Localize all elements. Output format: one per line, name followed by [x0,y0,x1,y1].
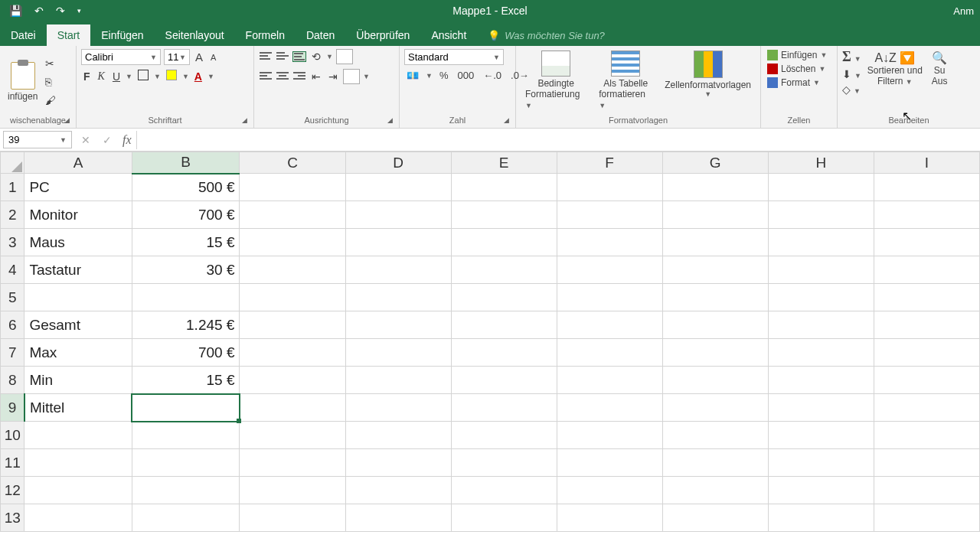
bold-button[interactable]: F [81,70,93,83]
cell-C9[interactable] [240,394,345,422]
cell-F7[interactable] [557,339,662,367]
row-header-2[interactable]: 2 [1,201,24,229]
cell-C3[interactable] [240,229,345,256]
cell-F1[interactable] [557,174,662,201]
cell-A6[interactable]: Gesamt [24,311,132,339]
cell-A5[interactable] [24,284,132,311]
row-header-5[interactable]: 5 [1,284,24,311]
row-header-3[interactable]: 3 [1,229,24,256]
cell-A2[interactable]: Monitor [24,201,132,229]
tab-start[interactable]: Start [47,24,91,46]
italic-button[interactable]: K [96,70,107,83]
cell-H10[interactable] [768,422,874,449]
cell-C1[interactable] [240,174,345,201]
cell-B4[interactable]: 30 € [132,256,240,284]
row-header-13[interactable]: 13 [1,504,24,532]
col-header-F[interactable]: F [557,152,662,174]
format-as-table-button[interactable]: Als Tabelle formatieren ▼ [594,49,657,114]
undo-icon[interactable]: ↶ [31,3,47,18]
cell-D8[interactable] [345,367,451,394]
cell-D3[interactable] [345,229,451,256]
chevron-down-icon[interactable]: ▼ [126,73,132,80]
cell-E7[interactable] [451,339,557,367]
cell-B6[interactable]: 1.245 € [132,311,240,339]
cell-F3[interactable] [557,229,662,256]
row-header-9[interactable]: 9 [1,394,24,422]
clipboard-dialog-launcher-icon[interactable]: ◢ [64,116,74,126]
cell-C11[interactable] [240,449,345,477]
cut-icon[interactable]: ✂ [44,56,57,71]
chevron-down-icon[interactable]: ▼ [182,73,189,80]
cell-E11[interactable] [451,449,557,477]
cell-I4[interactable] [874,256,979,284]
chevron-down-icon[interactable]: ▼ [363,73,370,80]
cell-C4[interactable] [240,256,345,284]
cell-I7[interactable] [874,339,979,367]
cell-E2[interactable] [451,201,557,229]
cell-H13[interactable] [768,504,874,532]
col-header-E[interactable]: E [451,152,557,174]
col-header-B[interactable]: B [132,152,240,174]
align-top-icon[interactable] [259,51,273,62]
cell-D1[interactable] [345,174,451,201]
cell-B13[interactable] [132,504,240,532]
cell-E6[interactable] [451,311,557,339]
cell-D7[interactable] [345,339,451,367]
cell-G6[interactable] [662,311,768,339]
cell-C6[interactable] [240,311,345,339]
cell-I2[interactable] [874,201,979,229]
cell-C2[interactable] [240,201,345,229]
number-format-combo[interactable]: Standard▼ [404,49,504,65]
thousands-icon[interactable]: 000 [455,70,476,81]
cell-D11[interactable] [345,449,451,477]
cell-A9[interactable]: Mittel [24,394,132,422]
align-middle-icon[interactable] [276,51,289,62]
cell-H4[interactable] [768,256,874,284]
cell-F2[interactable] [557,201,662,229]
cell-G1[interactable] [662,174,768,201]
qat-customize-icon[interactable]: ▾ [74,5,84,16]
cell-F12[interactable] [557,477,662,504]
row-header-4[interactable]: 4 [1,256,24,284]
align-right-icon[interactable] [292,71,306,82]
fill-color-button[interactable] [164,70,179,83]
insert-cells-button[interactable]: Einfügen▼ [766,49,832,61]
cell-I6[interactable] [874,311,979,339]
align-bottom-icon[interactable] [292,51,306,62]
cell-I1[interactable] [874,174,979,201]
font-name-combo[interactable]: Calibri▼ [81,49,161,65]
spreadsheet-grid[interactable]: ABCDEFGHI1PC500 €2Monitor700 €3Maus15 €4… [0,152,980,532]
cell-C5[interactable] [240,284,345,311]
cell-D2[interactable] [345,201,451,229]
cell-D9[interactable] [345,394,451,422]
cell-D6[interactable] [345,311,451,339]
redo-icon[interactable]: ↷ [53,3,68,18]
decrease-indent-icon[interactable]: ⇤ [309,70,323,83]
cell-F10[interactable] [557,422,662,449]
cell-A13[interactable] [24,504,132,532]
cell-H8[interactable] [768,367,874,394]
chevron-down-icon[interactable]: ▼ [154,73,161,80]
row-header-10[interactable]: 10 [1,422,24,449]
cell-B7[interactable]: 700 € [132,339,240,367]
cell-E5[interactable] [451,284,557,311]
row-header-7[interactable]: 7 [1,339,24,367]
cell-H1[interactable] [768,174,874,201]
cell-H3[interactable] [768,229,874,256]
find-select-button[interactable]: 🔍 Su Aus [929,49,951,114]
cell-A8[interactable]: Min [24,367,132,394]
cell-F13[interactable] [557,504,662,532]
cell-B2[interactable]: 700 € [132,201,240,229]
tab-ueberpruefen[interactable]: Überprüfen [345,24,420,46]
cell-C13[interactable] [240,504,345,532]
cell-F8[interactable] [557,367,662,394]
cell-D5[interactable] [345,284,451,311]
cell-A12[interactable] [24,477,132,504]
cell-H7[interactable] [768,339,874,367]
cell-B8[interactable]: 15 € [132,367,240,394]
cell-C12[interactable] [240,477,345,504]
cell-I8[interactable] [874,367,979,394]
cell-E4[interactable] [451,256,557,284]
cell-I5[interactable] [874,284,979,311]
chevron-down-icon[interactable]: ▼ [426,72,433,80]
